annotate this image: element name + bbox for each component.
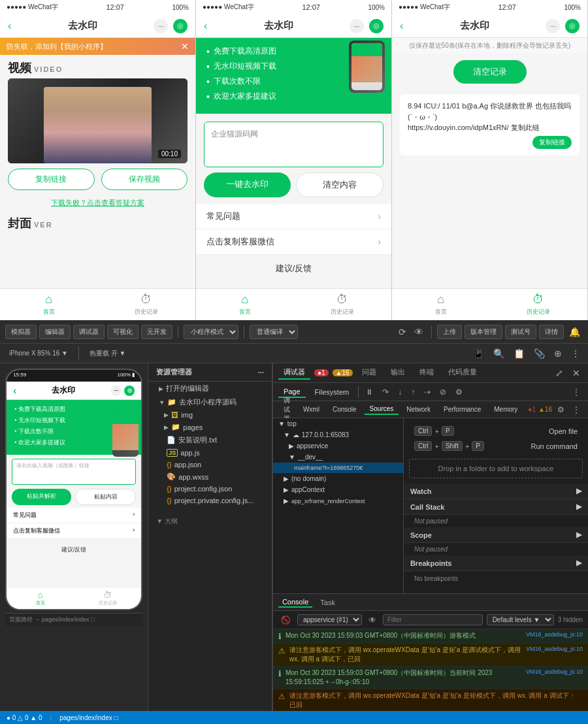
ide-p-menu-faq[interactable]: 常见问题 › [7, 508, 141, 523]
phone2-input-area[interactable]: 企业猫源码网 [204, 122, 384, 167]
phone2-more-icon[interactable]: ··· [350, 19, 364, 33]
phone2-menu-item-1[interactable]: 常见问题 › [196, 204, 391, 229]
console-filter-input[interactable] [383, 614, 483, 625]
ide-phone-back[interactable]: ‹ [13, 386, 16, 396]
ide-p-input[interactable]: 请在此输入视频（或图集）链接 [12, 459, 136, 485]
phone2-camera-icon[interactable]: ◎ [369, 19, 384, 33]
filetree-pages[interactable]: ▶ 📁 pages [148, 421, 272, 433]
compile-select[interactable]: 普通编译 [250, 325, 298, 339]
filetree-root-folder[interactable]: ▼ 📁 去水印小程序源码 [148, 395, 272, 409]
editor-btn[interactable]: 编辑器 [39, 325, 71, 339]
sources-dev[interactable]: ▼ __dev__ [273, 452, 403, 463]
refresh-btn[interactable]: ⟳ [396, 325, 409, 338]
console-clear-btn[interactable]: 🚫 [278, 616, 293, 625]
ide-phone-more-icon[interactable]: ··· [111, 386, 122, 396]
dbg-more-btn[interactable]: ⋮ [570, 387, 583, 397]
filetree-projectprivate[interactable]: {} project.private.config.js... [148, 495, 272, 506]
phone2-nav-history[interactable]: ⏱ 历史记录 [294, 289, 392, 320]
phone1-download-link[interactable]: 下载失败？点击查看答疑方案 [0, 195, 195, 210]
filetree-readme[interactable]: 📄 安装说明.txt [148, 433, 272, 447]
dbg-step-over-btn[interactable]: ↷ [380, 387, 391, 397]
phone3-back-btn[interactable]: ‹ [400, 20, 403, 32]
dbg-tab-filesystem[interactable]: Filesystem [310, 387, 355, 397]
statusbar-errors[interactable]: ● 0 △ 0 ▲ 0 [7, 714, 42, 721]
sources-appcontext[interactable]: ▶ appContext [273, 484, 403, 495]
console-tab-console[interactable]: Console [278, 597, 312, 608]
breakpoints-section[interactable]: Breakpoints ▶ [404, 555, 588, 571]
hotreload-label[interactable]: 热重载 开 ▼ [86, 348, 129, 359]
test-btn[interactable]: 测试号 [505, 325, 536, 339]
sources-mainframe[interactable]: mainframe?t=169865270€ [273, 463, 403, 473]
phone1-back-btn[interactable]: ‹ [8, 20, 11, 32]
simulator-btn[interactable]: 模拟器 [5, 325, 37, 339]
phone3-nav-home[interactable]: ⌂ 首页 [392, 289, 490, 320]
filetree-open-editors[interactable]: ▶ 打开的编辑器 [148, 382, 272, 395]
more-btn-2[interactable]: ⋮ [570, 405, 583, 414]
filetree-appwxss[interactable]: 🎨 app.wxss [148, 470, 272, 483]
phone2-nav-home[interactable]: ⌂ 首页 [196, 289, 294, 320]
sources-xrframe[interactable]: ▶ app_xrframe_renderContext [273, 495, 403, 506]
inner-tab-performance[interactable]: Performance [438, 404, 486, 414]
callstack-section[interactable]: Call Stack ▶ [404, 499, 588, 515]
phone1-nav-home[interactable]: ⌂ 首页 [0, 289, 98, 320]
filetree-appjson[interactable]: {} app.json [148, 459, 272, 470]
sources-localhost[interactable]: ▼ ☁ 127.0.0.1:65083 [273, 429, 403, 440]
phone3-copy-btn[interactable]: 复制链接 [532, 136, 572, 149]
phone2-clear-btn[interactable]: 清空内容 [296, 173, 384, 197]
toolbar2-icon-4[interactable]: 📎 [531, 347, 547, 360]
settings-btn-2[interactable]: ⚙ [555, 405, 567, 414]
dbg-settings-btn[interactable]: ⚙ [453, 387, 465, 397]
phone3-camera-icon[interactable]: ◎ [565, 19, 580, 33]
inner-tab-sources[interactable]: Sources [365, 404, 399, 415]
debugger-btn[interactable]: 调试器 [73, 325, 105, 339]
phone2-remove-btn[interactable]: 一键去水印 [204, 173, 291, 197]
sources-appservice[interactable]: ▶ appservice [273, 440, 403, 452]
phone3-nav-history[interactable]: ⏱ 历史记录 [490, 289, 588, 320]
phone1-more-icon[interactable]: ··· [154, 19, 168, 33]
phone1-camera-icon[interactable]: ◎ [173, 19, 188, 33]
phone1-nav-history[interactable]: ⏱ 历史记录 [98, 289, 196, 320]
ide-nav-home[interactable]: ⌂ 首页 [7, 587, 74, 609]
dev-btn[interactable]: 元开发 [141, 325, 172, 339]
phone3-more-icon[interactable]: ··· [546, 19, 560, 33]
debugger-tab-issue[interactable]: 问题 [357, 366, 382, 380]
filetree-more-icon[interactable]: ··· [258, 369, 264, 376]
ide-nav-history[interactable]: ⏱ 历史记录 [74, 587, 141, 609]
console-tab-task[interactable]: Task [316, 598, 339, 607]
dbg-step-into-btn[interactable]: ↓ [395, 387, 404, 397]
ide-p-menu-service[interactable]: 点击复制客服微信 › [7, 523, 141, 539]
debugger-tab-main[interactable]: 调试器 [278, 366, 310, 380]
debugger-tab-terminal[interactable]: 终端 [414, 366, 439, 380]
console-level-select[interactable]: Default levels ▼ [487, 614, 554, 625]
phone1-save-btn[interactable]: 保存视频 [101, 169, 188, 190]
debugger-close-btn[interactable]: ✕ [570, 367, 583, 380]
phone3-clear-btn[interactable]: 清空记录 [453, 60, 527, 84]
toolbar2-icon-3[interactable]: 📋 [511, 347, 527, 360]
upload-btn[interactable]: 上传 [437, 325, 462, 339]
console-eye-btn[interactable]: 👁 [366, 616, 379, 625]
phone2-back-btn[interactable]: ‹ [204, 20, 207, 32]
debugger-tab-quality[interactable]: 代码质量 [443, 366, 482, 380]
dbg-breakpoints-btn[interactable]: ⊘ [437, 387, 449, 397]
visible-btn[interactable]: 可视化 [107, 325, 139, 339]
version-btn[interactable]: 版本管理 [465, 325, 502, 339]
console-source-select[interactable]: appservice (#1) [297, 614, 362, 625]
filetree-appjs[interactable]: JS app.js [148, 447, 272, 459]
filetree-projectconfig[interactable]: {} project.config.json [148, 483, 272, 495]
mode-select[interactable]: 小程序模式 [184, 325, 238, 339]
toolbar2-icon-1[interactable]: 📱 [470, 347, 487, 360]
sources-nodomain[interactable]: ▶ (no domain) [273, 473, 403, 484]
phone2-feedback[interactable]: 建议/反馈 [196, 255, 391, 282]
statusbar-file[interactable]: pages/index/index □ [59, 714, 118, 721]
debugger-tab-output[interactable]: 输出 [385, 366, 410, 380]
toolbar2-icon-6[interactable]: ⋮ [568, 347, 583, 360]
dbg-step-out-btn[interactable]: ↑ [408, 387, 417, 397]
message-btn[interactable]: 🔔 [566, 325, 583, 338]
device-label[interactable]: iPhone X 85% 16 ▼ [5, 348, 72, 358]
watch-section[interactable]: Watch ▶ [404, 484, 588, 499]
inner-tab-network[interactable]: Network [401, 404, 436, 414]
phone1-banner-close[interactable]: ✕ [181, 41, 189, 52]
toolbar2-icon-2[interactable]: 🔍 [491, 347, 507, 360]
sources-top[interactable]: ▼ top [273, 418, 403, 429]
dbg-pause-btn[interactable]: ⏸ [363, 387, 376, 397]
